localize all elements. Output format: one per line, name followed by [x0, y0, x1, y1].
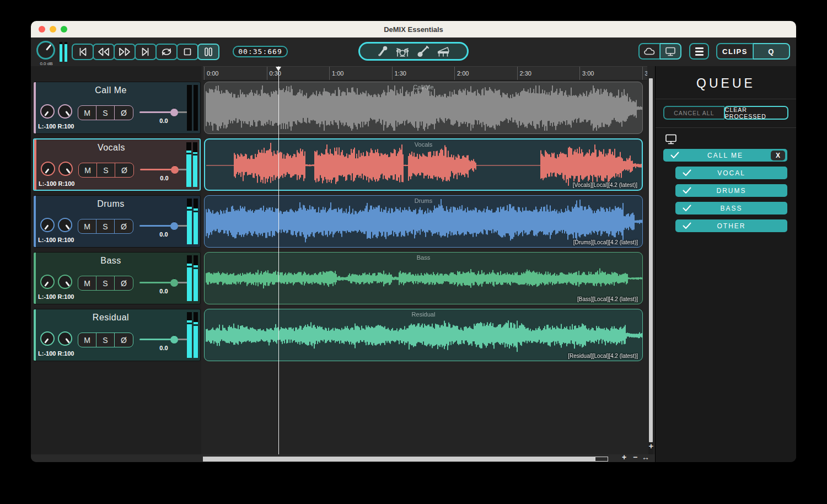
horizontal-zoom-in-button[interactable]: +: [622, 453, 626, 462]
track-gain-slider[interactable]: [139, 111, 188, 113]
track-header[interactable]: Residual L:-100 R:100 M S Ø 0.0: [33, 309, 201, 361]
queue-stem-label: BASS: [720, 205, 742, 212]
local-device-button[interactable]: [660, 43, 681, 60]
queue-stem-item[interactable]: BASS: [675, 202, 787, 215]
mute-button[interactable]: M: [78, 276, 96, 290]
audio-clip[interactable]: Bass [Bass][Local][4.2 (latest)]: [204, 252, 643, 304]
mute-button[interactable]: M: [78, 333, 96, 347]
audio-clip[interactable]: Drums [Drums][Local][4.2 (latest)]: [204, 195, 643, 248]
queue-stem-item[interactable]: OTHER: [675, 219, 787, 232]
vertical-scrollbar-thumb[interactable]: [649, 78, 653, 442]
rewind-button[interactable]: [93, 44, 115, 60]
vertical-scrollbar[interactable]: [648, 78, 653, 462]
mute-button[interactable]: M: [79, 163, 97, 177]
master-gain-knob[interactable]: [36, 41, 55, 60]
queue-panel: QUEUE CANCEL ALL CLEAR PROCESSED CALL ME…: [655, 66, 796, 462]
ruler-tick: 3: [642, 67, 643, 81]
queue-job-call-me[interactable]: CALL ME X: [663, 149, 787, 162]
cancel-all-button[interactable]: CANCEL ALL: [663, 106, 724, 120]
track-gain-slider-thumb[interactable]: [170, 109, 178, 116]
queue-tab[interactable]: Q: [753, 43, 790, 60]
queue-stem-item[interactable]: VOCAL: [675, 167, 787, 179]
time-display[interactable]: 00:35:669: [233, 46, 288, 57]
solo-button[interactable]: S: [96, 333, 115, 347]
cloud-button[interactable]: [638, 43, 660, 60]
timeline-ruler[interactable]: 0:000:301:001:302:002:303:003: [203, 66, 647, 81]
pan-left-knob[interactable]: [40, 104, 55, 119]
phase-invert-button[interactable]: Ø: [115, 163, 133, 177]
pan-right-knob[interactable]: [58, 162, 73, 176]
playhead-marker[interactable]: [276, 67, 281, 71]
menu-button[interactable]: [689, 43, 709, 60]
horizontal-zoom-fit-button[interactable]: ↔: [642, 453, 649, 462]
pan-right-knob[interactable]: [58, 331, 72, 346]
pan-right-knob[interactable]: [58, 104, 72, 119]
mute-button[interactable]: M: [78, 219, 96, 233]
guitar-icon[interactable]: [416, 45, 430, 58]
remove-job-button[interactable]: X: [771, 151, 785, 160]
zoom-window-button[interactable]: [61, 26, 67, 33]
clip-info-label: [Vocals][Local][4.2 (latest)]: [573, 182, 637, 188]
grand-piano-icon[interactable]: [436, 45, 451, 58]
track-gain-slider-thumb[interactable]: [170, 336, 178, 344]
queue-stem-label: DRUMS: [717, 187, 747, 195]
solo-button[interactable]: S: [97, 163, 115, 177]
track-gain-value: 0.0: [139, 345, 188, 351]
clear-processed-button[interactable]: CLEAR PROCESSED: [724, 106, 788, 120]
waveform-region: 0:000:301:001:302:002:303:003 Call Me Vo…: [201, 66, 655, 454]
horizontal-scrollbar[interactable]: [203, 457, 608, 462]
pause-button[interactable]: [197, 44, 219, 60]
track-name: Call Me: [34, 85, 188, 95]
track-header[interactable]: Call Me L:-100 R:100 M S Ø 0.0: [33, 82, 201, 134]
track-gain-slider-thumb[interactable]: [170, 222, 178, 230]
phase-invert-button[interactable]: Ø: [115, 219, 133, 233]
mute-button[interactable]: M: [78, 106, 96, 120]
clips-tab[interactable]: CLIPS: [716, 43, 753, 60]
track-header[interactable]: Bass L:-100 R:100 M S Ø 0.0: [33, 252, 201, 304]
track-gain-slider[interactable]: [140, 169, 189, 170]
pan-left-knob[interactable]: [40, 275, 55, 289]
phase-invert-button[interactable]: Ø: [115, 333, 133, 347]
pan-range-label: L:-100 R:100: [39, 180, 74, 187]
pan-right-knob[interactable]: [58, 218, 72, 232]
monitor-icon: [664, 46, 676, 56]
stop-button[interactable]: [176, 44, 198, 60]
pan-left-knob[interactable]: [40, 218, 55, 232]
pan-left-knob[interactable]: [40, 331, 55, 346]
solo-button[interactable]: S: [96, 276, 115, 290]
stem-selector-pill[interactable]: [358, 42, 469, 61]
close-window-button[interactable]: [39, 26, 45, 33]
view-toggle: CLIPS Q: [716, 43, 790, 60]
check-icon: [682, 203, 692, 214]
horizontal-scrollbar-track-rest[interactable]: [595, 457, 608, 462]
master-level-meters: [60, 42, 67, 62]
pan-right-knob[interactable]: [58, 275, 72, 289]
track-gain-slider-thumb[interactable]: [171, 166, 179, 174]
app-window: DeMIX Essentials 0.0 dB: [31, 21, 796, 462]
horizontal-zoom-out-button[interactable]: −: [633, 453, 637, 462]
drum-kit-icon[interactable]: [395, 45, 410, 58]
queue-stem-item[interactable]: DRUMS: [675, 184, 787, 197]
fast-forward-button[interactable]: [114, 44, 136, 60]
audio-clip[interactable]: Call Me: [204, 82, 643, 134]
minimize-window-button[interactable]: [50, 26, 56, 33]
audio-clip[interactable]: Vocals [Vocals][Local][4.2 (latest)]: [204, 138, 643, 191]
microphone-icon[interactable]: [376, 45, 389, 58]
loop-button[interactable]: [155, 44, 178, 60]
solo-button[interactable]: S: [96, 219, 115, 233]
loop-icon: [160, 46, 173, 58]
solo-button[interactable]: S: [96, 106, 115, 120]
pan-left-knob[interactable]: [41, 162, 55, 176]
track-gain-slider-thumb[interactable]: [170, 279, 178, 287]
track-header[interactable]: Vocals L:-100 R:100 M S Ø 0.0: [33, 138, 201, 191]
phase-invert-button[interactable]: Ø: [115, 106, 133, 120]
track-gain-slider[interactable]: [139, 339, 188, 340]
skip-end-button[interactable]: [135, 44, 157, 60]
skip-start-button[interactable]: [72, 44, 94, 60]
audio-clip[interactable]: Residual [Residual][Local][4.2 (latest)]: [204, 309, 643, 361]
phase-invert-button[interactable]: Ø: [115, 276, 133, 290]
clip-waveform: [206, 312, 642, 358]
track-gain-slider[interactable]: [139, 225, 188, 227]
track-header[interactable]: Drums L:-100 R:100 M S Ø 0.0: [33, 195, 201, 248]
track-gain-slider[interactable]: [139, 282, 188, 283]
